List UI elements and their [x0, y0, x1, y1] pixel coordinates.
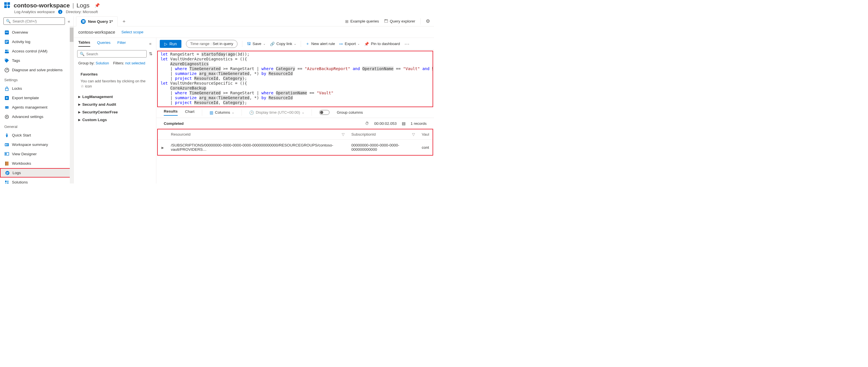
- tree-item-security-and-audit[interactable]: ▶Security and Audit: [76, 100, 154, 108]
- status-row: Completed ⏱ 00:00:02.053 ▤ 1 records: [156, 118, 434, 129]
- export-icon: ↦: [339, 41, 343, 46]
- table-row[interactable]: ▶ /SUBSCRIPTIONS/00000000-0000-0000-0000…: [158, 140, 433, 155]
- columns-button[interactable]: ▥Columns⌄: [210, 110, 234, 115]
- settings-gear-icon[interactable]: ⚙: [426, 18, 430, 24]
- iam-icon: [4, 49, 9, 54]
- tree-item-logmanagement[interactable]: ▶LogManagement: [76, 93, 154, 100]
- sidebar-item-locks[interactable]: Locks: [0, 84, 73, 93]
- pin-button[interactable]: 📌Pin to dashboard: [364, 41, 400, 46]
- advsettings-icon: [4, 114, 9, 119]
- group-columns-toggle[interactable]: [319, 110, 330, 115]
- section-title: Logs: [76, 2, 90, 9]
- more-icon[interactable]: ⋯: [404, 41, 410, 47]
- svg-rect-26: [5, 161, 6, 165]
- svg-rect-12: [5, 88, 8, 91]
- tree-item-custom-logs[interactable]: ▶Custom Logs: [76, 116, 154, 124]
- tree-item-securitycenterfree[interactable]: ▶SecurityCenterFree: [76, 108, 154, 116]
- query-editor[interactable]: let RangeStart = startofday(ago(3d));let…: [158, 51, 433, 106]
- sidebar-search-input[interactable]: [12, 19, 62, 23]
- sidebar-item-agents-management[interactable]: Agents management: [0, 102, 73, 112]
- tables-tree: ▶LogManagement▶Security and Audit▶Securi…: [74, 93, 156, 124]
- panel-tab-tables[interactable]: Tables: [78, 40, 90, 47]
- export-button[interactable]: ↦Export⌄: [339, 41, 360, 46]
- designer-icon: [4, 152, 9, 156]
- svg-rect-4: [5, 41, 8, 42]
- query-explorer-button[interactable]: 🗔Query explorer: [384, 19, 415, 23]
- logs-icon: [5, 171, 10, 175]
- col-subscriptionid[interactable]: SubscriptionId ▽: [348, 129, 418, 140]
- svg-point-10: [5, 59, 6, 60]
- nav-section-general: General: [0, 121, 73, 130]
- sidebar-item-solutions[interactable]: Solutions: [0, 178, 73, 183]
- nav-label: Logs: [12, 171, 21, 175]
- display-time-button[interactable]: 🕒Display time (UTC+00:00)⌄: [249, 110, 304, 115]
- query-tab[interactable]: New Query 1*: [76, 16, 118, 27]
- locks-icon: [4, 86, 9, 91]
- svg-rect-3: [5, 41, 8, 41]
- col-resourceid[interactable]: ResourceId ▽: [167, 129, 348, 140]
- clock-icon: 🕒: [249, 110, 254, 115]
- sidebar-item-overview[interactable]: Overview: [0, 28, 73, 37]
- caret-right-icon: ▶: [78, 95, 81, 98]
- sidebar-item-advanced-settings[interactable]: Advanced settings: [0, 112, 73, 121]
- panel-tab-filter[interactable]: Filter: [117, 40, 126, 47]
- svg-rect-22: [7, 144, 8, 146]
- sidebar-search[interactable]: 🔍: [3, 18, 65, 25]
- caret-right-icon: ▶: [78, 111, 81, 114]
- scrollbar-thumb[interactable]: [70, 28, 73, 42]
- filter-icon: ▽: [342, 132, 345, 136]
- select-scope-link[interactable]: Select scope: [121, 30, 143, 34]
- scrollbar-track[interactable]: [70, 26, 73, 183]
- info-icon[interactable]: i: [58, 10, 62, 14]
- svg-rect-33: [5, 183, 6, 184]
- query-tab-label: New Query 1*: [88, 19, 113, 24]
- sort-icon[interactable]: ⇅: [149, 51, 153, 56]
- copy-link-button[interactable]: 🔗Copy link⌄: [270, 41, 297, 46]
- nav-label: Overview: [12, 30, 28, 34]
- new-alert-button[interactable]: ＋New alert rule: [306, 41, 335, 47]
- add-tab-button[interactable]: ＋: [118, 18, 130, 25]
- tags-icon: [4, 58, 9, 63]
- collapse-panel-icon[interactable]: «: [149, 41, 152, 46]
- save-button[interactable]: 🖫Save⌄: [247, 41, 266, 46]
- directory-label: Directory: Microsoft: [66, 10, 98, 14]
- collapse-sidebar-icon[interactable]: «: [68, 19, 70, 24]
- workbooks-icon: [4, 161, 9, 166]
- col-vault[interactable]: Vaul: [418, 129, 433, 140]
- caret-right-icon: ▶: [78, 103, 81, 106]
- query-tab-strip: New Query 1* ＋ ⊞Example queries 🗔Query e…: [74, 16, 434, 27]
- svg-rect-1: [5, 32, 8, 32]
- sidebar-item-tags[interactable]: Tags: [0, 56, 73, 65]
- panel-tab-queries[interactable]: Queries: [97, 40, 111, 47]
- sidebar-item-activity-log[interactable]: Activity log: [0, 37, 73, 47]
- pin-icon[interactable]: 📌: [95, 3, 100, 8]
- sidebar-item-workbooks[interactable]: Workbooks: [0, 159, 73, 168]
- expand-row-icon[interactable]: ▶: [161, 146, 164, 149]
- nav-label: Activity log: [12, 40, 30, 44]
- sidebar-item-export-template[interactable]: Export template: [0, 93, 73, 102]
- example-queries-button[interactable]: ⊞Example queries: [345, 19, 379, 24]
- favorites-hint: You can add favorites by clicking on the…: [74, 78, 156, 93]
- time-range-pill[interactable]: Time range : Set in query: [186, 40, 238, 48]
- tables-search-input[interactable]: [86, 52, 144, 56]
- nav-label: Diagnose and solve problems: [12, 68, 63, 72]
- svg-point-7: [7, 50, 8, 51]
- run-button[interactable]: ▷Run: [160, 40, 181, 48]
- sidebar-item-quick-start[interactable]: Quick Start: [0, 130, 73, 140]
- svg-rect-14: [5, 106, 8, 109]
- filters-value[interactable]: not selected: [125, 61, 145, 65]
- export-icon: [4, 95, 9, 100]
- tab-chart[interactable]: Chart: [185, 110, 194, 115]
- overview-icon: [4, 30, 9, 35]
- caret-right-icon: ▶: [78, 118, 81, 121]
- sidebar-item-access-control-iam-[interactable]: Access control (IAM): [0, 47, 73, 56]
- sidebar-item-diagnose-and-solve-problems[interactable]: Diagnose and solve problems: [0, 65, 73, 75]
- group-by-value[interactable]: Solution: [96, 61, 109, 65]
- stopwatch-icon: ⏱: [365, 121, 369, 126]
- sidebar-item-workspace-summary[interactable]: Workspace summary: [0, 140, 73, 149]
- sidebar-item-view-designer[interactable]: View Designer: [0, 149, 73, 159]
- sidebar-item-logs[interactable]: Logs: [0, 168, 73, 178]
- activity-icon: [4, 39, 9, 44]
- tables-search[interactable]: 🔍: [77, 50, 147, 58]
- tab-results[interactable]: Results: [164, 109, 178, 116]
